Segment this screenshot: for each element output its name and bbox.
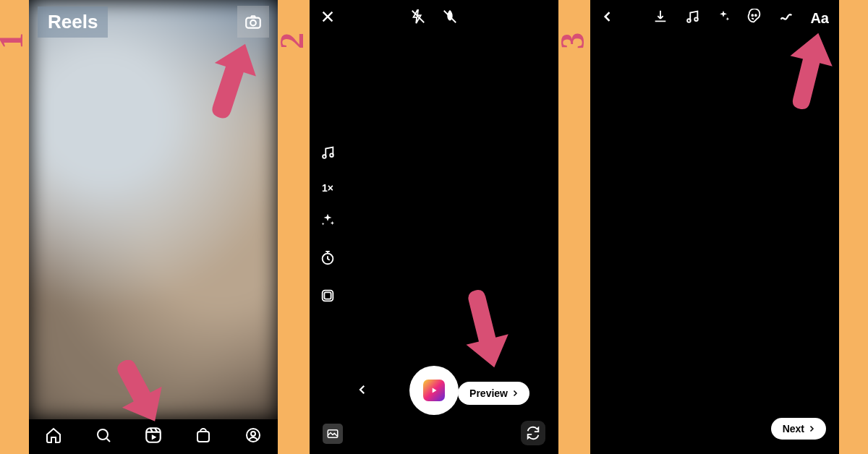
speed-button[interactable]: 1× (322, 182, 333, 194)
next-button-label: Next (783, 423, 804, 434)
svg-point-7 (323, 155, 326, 158)
reels-title: Reels (38, 7, 108, 38)
profile-icon (244, 427, 262, 444)
step-number-3: 3 (553, 33, 592, 49)
download-button[interactable] (652, 9, 668, 27)
annotation-arrow (780, 32, 836, 111)
flash-toggle[interactable] (410, 9, 426, 27)
reels-icon (423, 380, 445, 401)
music-button[interactable] (320, 145, 336, 163)
chevron-right-icon (511, 389, 519, 398)
chevron-left-icon (600, 9, 615, 24)
camera-icon (244, 12, 263, 31)
layout-button[interactable] (320, 288, 336, 307)
effects-button[interactable] (320, 213, 336, 231)
svg-point-16 (755, 14, 757, 16)
sticker-button[interactable] (746, 9, 762, 27)
layout-icon (320, 288, 336, 304)
svg-point-15 (752, 14, 754, 16)
home-icon (45, 427, 62, 444)
music-icon (684, 9, 700, 25)
touchup-toggle[interactable] (442, 9, 458, 27)
back-button[interactable] (356, 383, 369, 399)
edit-toolbar: Aa (652, 9, 829, 27)
tab-home[interactable] (45, 427, 62, 447)
back-button[interactable] (600, 9, 615, 27)
svg-rect-4 (197, 432, 209, 442)
svg-point-8 (330, 153, 333, 157)
svg-point-13 (688, 19, 692, 22)
reels-icon (144, 426, 163, 445)
camera-side-tools: 1× (320, 145, 336, 307)
tab-reels[interactable] (144, 426, 163, 447)
download-icon (652, 9, 668, 25)
screen-reels-camera: 1× (310, 0, 558, 454)
flash-off-icon (410, 9, 426, 25)
touchup-icon (442, 9, 458, 25)
music-icon (320, 145, 336, 160)
sparkle-icon (716, 9, 731, 24)
screen-reels-feed: Reels (29, 0, 278, 454)
svg-point-14 (695, 17, 699, 21)
gallery-button[interactable] (323, 424, 343, 444)
tab-search[interactable] (95, 427, 112, 447)
timer-button[interactable] (320, 250, 336, 269)
draw-button[interactable] (778, 9, 794, 27)
flip-camera-icon (525, 425, 541, 441)
chevron-right-icon (807, 424, 816, 433)
music-button[interactable] (684, 9, 700, 27)
preview-button-label: Preview (469, 387, 508, 399)
chevron-left-icon (356, 383, 369, 396)
sparkle-icon (320, 213, 336, 228)
svg-point-2 (98, 429, 108, 440)
close-icon (320, 9, 336, 25)
shop-icon (195, 427, 212, 444)
svg-rect-3 (146, 428, 161, 442)
step-number-1: 1 (0, 33, 30, 49)
draw-icon (778, 9, 794, 25)
search-icon (95, 427, 112, 444)
tab-shop[interactable] (195, 427, 212, 447)
timer-icon (320, 250, 336, 266)
close-button[interactable] (320, 9, 336, 27)
effects-button[interactable] (716, 9, 731, 27)
svg-point-6 (251, 432, 255, 436)
reels-blurred-background (29, 0, 278, 419)
gallery-icon (326, 427, 339, 440)
step-number-2: 2 (273, 33, 311, 49)
text-tool-button[interactable]: Aa (810, 10, 829, 27)
bottom-tab-bar (29, 419, 278, 454)
svg-rect-11 (324, 292, 331, 299)
record-button[interactable] (409, 366, 459, 415)
preview-button[interactable]: Preview (458, 382, 529, 405)
sticker-icon (746, 9, 762, 25)
screen-reels-edit: Aa Next (590, 0, 839, 454)
next-button[interactable]: Next (771, 418, 826, 440)
tab-profile[interactable] (244, 427, 262, 447)
svg-rect-0 (246, 18, 260, 28)
flip-camera-button[interactable] (521, 421, 545, 445)
camera-button[interactable] (237, 6, 269, 38)
svg-point-1 (250, 20, 256, 26)
